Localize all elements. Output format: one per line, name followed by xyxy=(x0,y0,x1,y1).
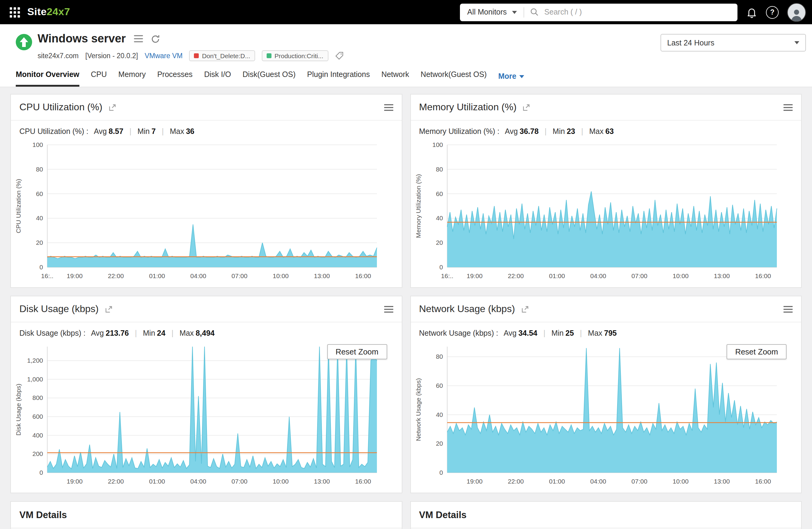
tag-chip[interactable]: Don't_Delete:D... xyxy=(189,50,255,61)
svg-text:01:00: 01:00 xyxy=(549,478,565,485)
svg-text:10:00: 10:00 xyxy=(273,478,289,485)
expand-icon[interactable] xyxy=(521,305,529,313)
panel-title: CPU Utilization (%) xyxy=(19,102,102,113)
svg-text:01:00: 01:00 xyxy=(149,273,165,279)
expand-icon[interactable] xyxy=(523,103,531,111)
monitor-tabs: Monitor Overview CPU Memory Processes Di… xyxy=(0,61,812,87)
svg-text:16:00: 16:00 xyxy=(355,273,371,279)
time-range-value: Last 24 Hours xyxy=(667,39,714,47)
expand-icon[interactable] xyxy=(104,305,112,313)
expand-icon[interactable] xyxy=(108,103,116,111)
tab-plugin-integrations[interactable]: Plugin Integrations xyxy=(307,70,370,87)
monitor-meta: site24x7.com [Version - 20.0.2] VMware V… xyxy=(38,50,343,61)
disk-usage-panel: Disk Usage (kbps) Disk Usage (kbps) : Av… xyxy=(10,296,402,493)
svg-text:04:00: 04:00 xyxy=(590,478,606,485)
reset-zoom-button[interactable]: Reset Zoom xyxy=(727,344,786,359)
svg-text:13:00: 13:00 xyxy=(713,478,729,485)
svg-text:0: 0 xyxy=(439,264,443,270)
site24x7-logo[interactable]: Site24x7 xyxy=(27,6,70,18)
panel-menu-icon[interactable] xyxy=(784,303,793,315)
svg-text:1,200: 1,200 xyxy=(27,357,43,364)
svg-text:07:00: 07:00 xyxy=(631,478,647,485)
network-usage-chart[interactable]: 02040608019:0022:0001:0004:0007:0010:001… xyxy=(413,340,784,488)
svg-text:20: 20 xyxy=(436,440,443,447)
reset-zoom-button[interactable]: Reset Zoom xyxy=(327,344,387,359)
avg-value: 213.76 xyxy=(106,329,129,338)
vm-details-panel: VM Details Host Name s24x7-w10.site24x7.… xyxy=(10,501,402,529)
vmware-vm-link[interactable]: VMware VM xyxy=(145,52,183,59)
svg-text:04:00: 04:00 xyxy=(190,273,206,279)
svg-text:0: 0 xyxy=(39,469,43,476)
tag-color-dot xyxy=(266,53,272,58)
tab-monitor-overview[interactable]: Monitor Overview xyxy=(16,70,79,87)
search-input[interactable] xyxy=(543,7,738,17)
svg-text:01:00: 01:00 xyxy=(549,273,565,279)
svg-text:07:00: 07:00 xyxy=(231,478,248,485)
search-icon xyxy=(531,8,539,16)
svg-text:200: 200 xyxy=(32,450,43,457)
monitor-menu-icon[interactable] xyxy=(134,35,143,42)
svg-text:19:00: 19:00 xyxy=(466,273,482,279)
max-value: 36 xyxy=(186,127,194,136)
cpu-utilization-chart[interactable]: 02040608010016:..19:0022:0001:0004:0007:… xyxy=(13,139,384,283)
tab-disk-io[interactable]: Disk I/O xyxy=(204,70,231,87)
top-bar: Site24x7 All Monitors xyxy=(0,0,812,24)
stats-label: Disk Usage (kbps) : xyxy=(19,329,85,338)
panel-menu-icon[interactable] xyxy=(784,102,793,113)
tab-network-guest-os[interactable]: Network(Guest OS) xyxy=(421,70,487,87)
min-label: Min xyxy=(553,127,565,136)
vm-details-title: VM Details xyxy=(410,502,801,528)
disk-usage-chart[interactable]: 02004006008001,0001,20019:0022:0001:0004… xyxy=(13,340,384,488)
svg-text:19:00: 19:00 xyxy=(466,478,482,485)
tag-color-dot xyxy=(194,53,199,58)
vm-details-panel: VM Details ESX/ESXi Host Name 172.21.112… xyxy=(410,501,802,529)
svg-text:22:00: 22:00 xyxy=(508,478,524,485)
vm-detail-row: Host Name s24x7-w10.site24x7.com xyxy=(11,528,402,529)
refresh-icon[interactable] xyxy=(150,34,160,43)
apps-grid-icon[interactable] xyxy=(7,4,23,20)
user-avatar[interactable] xyxy=(787,3,806,21)
logo-part-site: Site xyxy=(27,6,47,18)
panel-title: Memory Utilization (%) xyxy=(419,102,517,113)
svg-text:1,000: 1,000 xyxy=(27,376,43,383)
time-range-dropdown[interactable]: Last 24 Hours xyxy=(661,34,806,52)
divider: | xyxy=(172,329,174,338)
network-usage-panel: Network Usage (kbps) Network Usage (kbps… xyxy=(410,296,802,493)
svg-text:04:00: 04:00 xyxy=(190,478,206,485)
svg-text:20: 20 xyxy=(36,239,43,246)
tag-icon[interactable] xyxy=(335,52,343,60)
global-search-bar: All Monitors xyxy=(460,3,738,21)
min-label: Min xyxy=(143,329,155,338)
tab-memory[interactable]: Memory xyxy=(118,70,146,87)
tab-network[interactable]: Network xyxy=(381,70,409,87)
help-icon[interactable]: ? xyxy=(766,6,779,18)
avg-value: 34.54 xyxy=(518,329,537,338)
tab-disk-guest-os[interactable]: Disk(Guest OS) xyxy=(243,70,296,87)
svg-text:07:00: 07:00 xyxy=(231,273,248,279)
svg-text:13:00: 13:00 xyxy=(314,478,330,485)
svg-text:CPU Utilization (%): CPU Utilization (%) xyxy=(15,179,22,233)
tab-more[interactable]: More xyxy=(498,72,524,87)
divider: | xyxy=(162,127,164,136)
topbar-right: All Monitors ? xyxy=(460,3,806,21)
divider: | xyxy=(135,329,137,338)
monitor-scope-label: All Monitors xyxy=(467,8,507,16)
memory-utilization-chart[interactable]: 02040608010016:..19:0022:0001:0004:0007:… xyxy=(413,139,784,283)
tab-processes[interactable]: Processes xyxy=(157,70,193,87)
svg-text:40: 40 xyxy=(36,215,43,221)
panel-menu-icon[interactable] xyxy=(384,303,393,315)
svg-text:20: 20 xyxy=(436,239,443,246)
avg-value: 36.78 xyxy=(520,127,539,136)
svg-text:10:00: 10:00 xyxy=(672,273,688,279)
divider: | xyxy=(545,127,547,136)
monitor-scope-dropdown[interactable]: All Monitors xyxy=(460,8,524,16)
svg-text:16:00: 16:00 xyxy=(355,478,371,485)
tag-chip[interactable]: Production:Criti... xyxy=(262,50,328,61)
panel-menu-icon[interactable] xyxy=(384,102,393,113)
notifications-icon[interactable] xyxy=(746,6,757,18)
tab-cpu[interactable]: CPU xyxy=(91,70,107,87)
vm-details-title: VM Details xyxy=(11,502,402,528)
svg-text:16:..: 16:.. xyxy=(41,273,54,279)
min-label: Min xyxy=(137,127,150,136)
svg-text:80: 80 xyxy=(436,166,443,173)
